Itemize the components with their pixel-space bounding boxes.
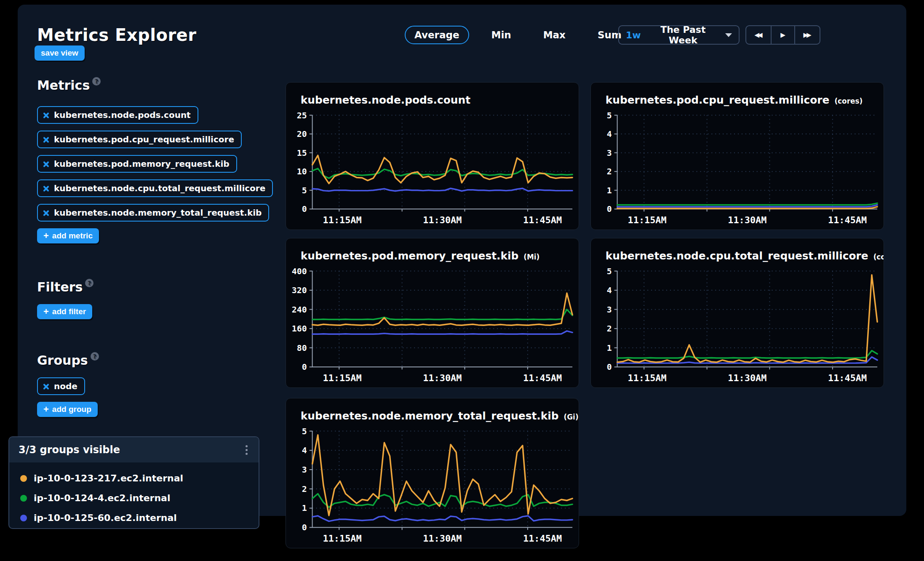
filters-heading: Filters? — [37, 280, 93, 294]
remove-icon[interactable] — [43, 185, 49, 192]
svg-text:400: 400 — [292, 267, 307, 276]
metric-pill-2[interactable]: kubernetes.pod.memory_request.kib — [37, 155, 237, 173]
remove-icon[interactable] — [43, 383, 49, 390]
svg-text:11:15AM: 11:15AM — [323, 215, 362, 225]
help-icon[interactable]: ? — [92, 77, 101, 85]
svg-text:1: 1 — [302, 503, 307, 513]
legend-header: 3/3 groups visible — [9, 437, 259, 462]
svg-text:11:30AM: 11:30AM — [728, 373, 766, 383]
remove-icon[interactable] — [43, 136, 49, 143]
svg-text:2: 2 — [607, 167, 612, 176]
svg-text:5: 5 — [607, 111, 612, 120]
svg-text:15: 15 — [297, 148, 307, 158]
metric-pill-0[interactable]: kubernetes.node.pods.count — [37, 106, 198, 124]
svg-text:0: 0 — [302, 523, 307, 532]
svg-text:11:45AM: 11:45AM — [523, 215, 562, 225]
pill-label: node — [54, 381, 77, 391]
svg-text:3: 3 — [607, 148, 612, 158]
legend-item-label: ip-10-0-123-217.ec2.internal — [34, 473, 183, 484]
svg-text:11:15AM: 11:15AM — [628, 373, 667, 383]
pill-label: kubernetes.node.memory_total_request.kib — [54, 208, 262, 218]
metric-pill-4[interactable]: kubernetes.node.memory_total_request.kib — [37, 204, 269, 222]
chart-plot: 051015202511:15AM11:30AM11:45AMkubernete… — [286, 83, 579, 230]
chart-title: kubernetes.pod.cpu_request.millicore(cor… — [606, 94, 863, 106]
svg-text:160: 160 — [292, 324, 307, 334]
svg-text:11:30AM: 11:30AM — [728, 215, 766, 225]
pill-label: kubernetes.node.pods.count — [54, 110, 191, 120]
series-line — [312, 435, 573, 516]
help-icon[interactable]: ? — [91, 352, 99, 361]
chart-plot: 08016024032040011:15AM11:30AM11:45AMkube… — [286, 238, 579, 387]
groups-pill-list: node — [37, 377, 85, 395]
svg-text:11:45AM: 11:45AM — [523, 373, 562, 383]
chart-title: kubernetes.node.cpu.total_request.millic… — [606, 250, 884, 262]
svg-text:25: 25 — [297, 111, 307, 120]
kebab-menu-icon[interactable] — [244, 443, 249, 457]
skip-forward-button[interactable]: ▶▶ — [794, 26, 820, 44]
series-color-dot — [20, 475, 27, 482]
series-line — [312, 516, 573, 521]
svg-text:4: 4 — [302, 446, 307, 455]
page-title: Metrics Explorer — [37, 25, 196, 45]
legend-item-list: ip-10-0-123-217.ec2.internalip-10-0-124-… — [9, 462, 259, 528]
svg-text:320: 320 — [292, 286, 307, 295]
svg-text:0: 0 — [607, 362, 612, 372]
add-filter-button[interactable]: +add filter — [37, 304, 92, 319]
metrics-heading: Metrics? — [37, 78, 101, 93]
series-line — [312, 310, 573, 320]
legend-item-1[interactable]: ip-10-0-124-4.ec2.internal — [20, 488, 259, 508]
groups-legend-panel: 3/3 groups visible ip-10-0-123-217.ec2.i… — [8, 436, 259, 529]
chart-title: kubernetes.node.memory_total_request.kib… — [301, 410, 579, 422]
agg-option-max[interactable]: Max — [534, 26, 575, 44]
series-line — [617, 275, 878, 362]
add-group-button[interactable]: +add group — [37, 402, 98, 417]
svg-text:80: 80 — [297, 343, 307, 353]
help-icon[interactable]: ? — [85, 279, 93, 287]
pill-label: kubernetes.node.cpu.total_request.millic… — [54, 183, 265, 193]
metric-pill-1[interactable]: kubernetes.pod.cpu_request.millicore — [37, 131, 242, 148]
svg-text:3: 3 — [607, 305, 612, 315]
metric-pill-3[interactable]: kubernetes.node.cpu.total_request.millic… — [37, 179, 273, 197]
svg-text:11:15AM: 11:15AM — [323, 373, 362, 383]
agg-option-min[interactable]: Min — [482, 26, 521, 44]
legend-item-0[interactable]: ip-10-0-123-217.ec2.internal — [20, 468, 259, 488]
remove-icon[interactable] — [43, 161, 49, 167]
time-range-picker[interactable]: 1w The Past Week — [618, 25, 740, 45]
svg-text:1: 1 — [607, 186, 612, 195]
chart-card-0: 051015202511:15AM11:30AM11:45AMkubernete… — [286, 82, 579, 230]
plus-icon: + — [43, 308, 49, 315]
chart-card-2: 08016024032040011:15AM11:30AM11:45AMkube… — [286, 238, 579, 388]
remove-icon[interactable] — [43, 210, 49, 216]
pill-label: kubernetes.pod.memory_request.kib — [54, 159, 230, 169]
skip-back-button[interactable]: ◀◀ — [746, 26, 771, 44]
agg-option-average[interactable]: Average — [405, 26, 469, 44]
series-color-dot — [20, 495, 27, 502]
svg-text:11:15AM: 11:15AM — [628, 215, 667, 225]
svg-text:11:45AM: 11:45AM — [828, 373, 867, 383]
series-line — [312, 188, 572, 191]
chart-card-1: 01234511:15AM11:30AM11:45AMkubernetes.po… — [590, 82, 884, 230]
legend-header-text: 3/3 groups visible — [19, 444, 120, 456]
legend-item-2[interactable]: ip-10-0-125-60.ec2.internal — [20, 508, 259, 528]
time-range-label: The Past Week — [647, 24, 719, 45]
series-line — [617, 351, 878, 358]
chart-title: kubernetes.pod.memory_request.kib(Mi) — [301, 250, 540, 262]
series-line — [312, 293, 573, 325]
play-button[interactable]: ▶ — [771, 26, 794, 44]
chevron-down-icon — [725, 33, 732, 37]
group-pill-0[interactable]: node — [37, 377, 85, 395]
save-view-button[interactable]: save view — [35, 45, 85, 61]
chart-plot: 01234511:15AM11:30AM11:45AMkubernetes.po… — [591, 83, 884, 230]
svg-text:10: 10 — [297, 167, 307, 176]
time-range-duration: 1w — [626, 30, 641, 40]
svg-text:0: 0 — [302, 204, 307, 214]
svg-text:3: 3 — [302, 465, 307, 475]
svg-text:20: 20 — [297, 129, 307, 139]
svg-text:4: 4 — [607, 129, 612, 139]
add-metric-button[interactable]: +add metric — [37, 228, 99, 243]
metrics-pill-list: kubernetes.node.pods.countkubernetes.pod… — [37, 106, 273, 222]
chart-card-3: 01234511:15AM11:30AM11:45AMkubernetes.no… — [590, 238, 884, 388]
chart-plot: 01234511:15AM11:30AM11:45AMkubernetes.no… — [286, 398, 579, 548]
remove-icon[interactable] — [43, 112, 49, 118]
plus-icon: + — [43, 406, 49, 413]
